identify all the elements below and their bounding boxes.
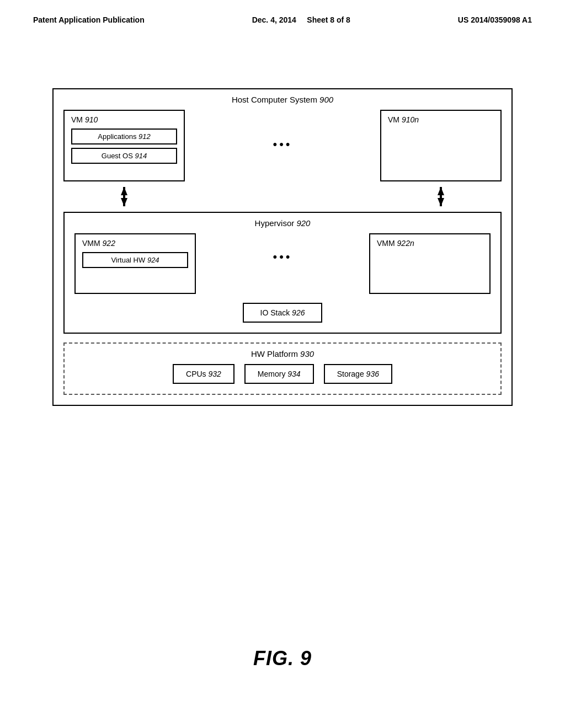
vmn-box: VM 910n <box>380 110 502 181</box>
vm-row: VM 910 Applications 912 Guest OS 914 ••• <box>63 110 502 181</box>
vm1-box: VM 910 Applications 912 Guest OS 914 <box>63 110 185 181</box>
page-header: Patent Application Publication Dec. 4, 2… <box>0 0 565 24</box>
guestos-box: Guest OS 914 <box>71 148 177 164</box>
hw-platform-box: HW Platform 930 CPUs 932 Memory 934 Stor… <box>63 342 502 395</box>
hw-platform-label: HW Platform 930 <box>74 349 491 358</box>
hypervisor-num: 920 <box>296 218 310 228</box>
io-stack-box: IO Stack 926 <box>243 303 323 323</box>
cpus-box: CPUs 932 <box>173 364 234 384</box>
vmm1-box: VMM 922 Virtual HW 924 <box>74 233 196 294</box>
vm1-title: VM 910 <box>71 115 177 124</box>
host-system-label: Host Computer System 900 <box>63 95 502 104</box>
hypervisor-label: Hypervisor 920 <box>74 218 491 228</box>
header-center-date: Dec. 4, 2014 Sheet 8 of 8 <box>252 15 350 24</box>
fig-caption: FIG. 9 <box>0 647 565 670</box>
virtual-hw-box: Virtual HW 924 <box>82 252 188 268</box>
svg-rect-5 <box>440 187 442 206</box>
arrow-right <box>380 181 502 212</box>
vm-dots: ••• <box>185 110 380 152</box>
vmn-title: VM 910n <box>388 115 494 124</box>
io-stack-wrapper: IO Stack 926 <box>74 303 491 323</box>
header-left: Patent Application Publication <box>33 15 145 24</box>
host-system-num: 900 <box>319 95 333 104</box>
host-system-box: Host Computer System 900 VM 910 Applicat… <box>52 88 513 406</box>
applications-box: Applications 912 <box>71 129 177 144</box>
diagram-container: Host Computer System 900 VM 910 Applicat… <box>52 88 513 406</box>
header-right: US 2014/0359098 A1 <box>458 15 532 24</box>
vmmn-box: VMM 922n <box>369 233 491 294</box>
svg-rect-2 <box>123 187 125 206</box>
arrow-row <box>63 181 502 212</box>
vmm-row: VMM 922 Virtual HW 924 ••• VMM <box>74 233 491 294</box>
memory-box: Memory 934 <box>244 364 314 384</box>
vmm-dots: ••• <box>196 233 369 264</box>
header-sheet: Sheet 8 of 8 <box>307 15 350 24</box>
vmmn-title: VMM 922n <box>377 239 483 248</box>
arrow-left <box>63 181 185 212</box>
hw-row: CPUs 932 Memory 934 Storage 936 <box>74 364 491 384</box>
vmm1-title: VMM 922 <box>82 239 188 248</box>
storage-box: Storage 936 <box>324 364 392 384</box>
hypervisor-box: Hypervisor 920 VMM 922 Virtual HW <box>63 212 502 334</box>
